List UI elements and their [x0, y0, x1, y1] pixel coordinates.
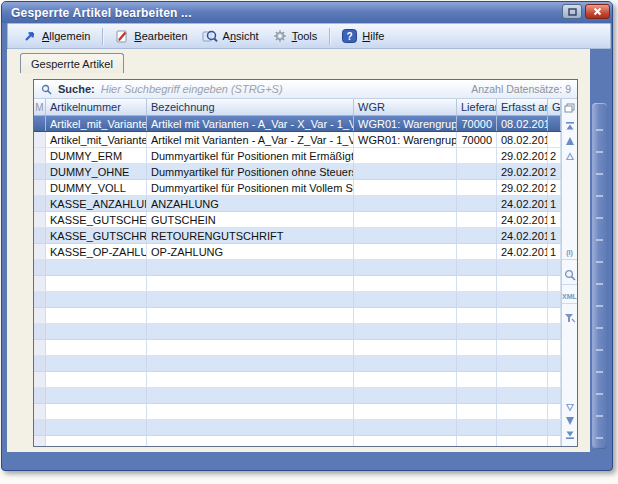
empty-row: [34, 356, 561, 372]
scroll-last-icon[interactable]: [562, 429, 577, 441]
cell-artikelnummer: KASSE_ANZAHLUNG: [46, 196, 147, 211]
arrow-up-right-icon: [23, 30, 37, 43]
menu-item-hilfe[interactable]: ?Hilfe: [335, 26, 391, 46]
cell-erfasst-am: 29.02.2012: [497, 180, 548, 195]
cell-m: [34, 244, 46, 259]
cell-erfasst-am: 29.02.2012: [497, 148, 548, 163]
info-label: (I): [566, 249, 573, 256]
cell-erfasst-am: 08.02.2012: [497, 116, 548, 131]
column-header-bezeichnung[interactable]: Bezeichnung: [147, 99, 354, 115]
cell-bezeichnung: Dummyartikel für Positionen ohne Steuers…: [147, 164, 354, 179]
column-header-erfasst_am[interactable]: Erfasst am: [497, 99, 548, 115]
cell-m: [34, 132, 46, 147]
menu-item-label: Allgemein: [42, 30, 90, 42]
cell-erfasst-am: 08.02.2012: [497, 132, 548, 147]
cell-wgr: [354, 212, 457, 227]
record-count: Anzahl Datensätze: 9: [471, 83, 571, 95]
column-header-lieferant[interactable]: Lieferant: [457, 99, 497, 115]
scroll-first-icon[interactable]: [562, 120, 577, 132]
cell-m: [34, 212, 46, 227]
scroll-up-icon[interactable]: [562, 135, 577, 147]
empty-row: [34, 324, 561, 340]
empty-row: [34, 436, 561, 446]
table-row[interactable]: KASSE_ANZAHLUNGANZAHLUNG24.02.20121: [34, 196, 561, 212]
menu-item-label: Ansicht: [223, 30, 259, 42]
cell-lieferant: [457, 212, 497, 227]
close-button[interactable]: [585, 4, 610, 19]
cell-bezeichnung: RETOURENGUTSCHRIFT: [147, 228, 354, 243]
empty-row: [34, 404, 561, 420]
empty-row: [34, 308, 561, 324]
scroll-down-small-icon[interactable]: [562, 401, 577, 413]
table-header: MArtikelnummerBezeichnungWGRLieferantErf…: [34, 99, 561, 116]
edit-note-icon: [115, 29, 129, 43]
table-row[interactable]: KASSE_GUTSCHEINGUTSCHEIN24.02.20121: [34, 212, 561, 228]
column-header-wgr[interactable]: WGR: [354, 99, 457, 115]
titlebar[interactable]: Gesperrte Artikel bearbeiten ...: [2, 2, 612, 23]
restore-icon: [568, 8, 577, 16]
tab-gesperrte-artikel[interactable]: Gesperrte Artikel: [20, 53, 124, 73]
cell-lieferant: [457, 164, 497, 179]
empty-row: [34, 420, 561, 436]
search-input[interactable]: Hier Suchbegriff eingeben (STRG+S): [101, 83, 472, 95]
cell-m: [34, 116, 46, 131]
scroll-down-icon[interactable]: [562, 415, 577, 427]
cell-m: [34, 164, 46, 179]
table-row[interactable]: DUMMY_OHNEDummyartikel für Positionen oh…: [34, 164, 561, 180]
column-chooser-icon[interactable]: [562, 101, 577, 114]
table-row[interactable]: Artikel_mit_Varianten.002Artikel mit Var…: [34, 132, 561, 148]
cell-bezeichnung: Dummyartikel für Positionen mit Vollem S…: [147, 180, 354, 195]
menu-item-ansicht[interactable]: Ansicht: [195, 26, 266, 46]
menu-separator: [329, 28, 330, 45]
cell-lieferant: 70000: [457, 132, 497, 147]
cell-lieferant: [457, 244, 497, 259]
cell-g: 2: [548, 164, 561, 179]
search-tool-icon[interactable]: [562, 267, 577, 285]
form-vertical-scrollbar[interactable]: [592, 103, 607, 449]
column-header-g[interactable]: G: [548, 99, 561, 115]
restore-button[interactable]: [562, 4, 582, 19]
menubar: AllgemeinBearbeitenAnsichtTools?Hilfe: [7, 23, 611, 49]
cell-g: 1: [548, 228, 561, 243]
scrollbar-grip-ticks: [596, 109, 603, 443]
cell-g: [548, 116, 561, 131]
menu-item-label: Bearbeiten: [134, 30, 187, 42]
empty-row: [34, 276, 561, 292]
column-header-artikelnummer[interactable]: Artikelnummer: [46, 99, 147, 115]
cell-g: 2: [548, 180, 561, 195]
xml-label: XML: [562, 293, 577, 300]
xml-export-button[interactable]: XML: [562, 292, 577, 304]
cell-lieferant: [457, 148, 497, 163]
help-icon: ?: [342, 29, 357, 43]
cell-wgr: [354, 148, 457, 163]
cell-bezeichnung: GUTSCHEIN: [147, 212, 354, 227]
cell-m: [34, 180, 46, 195]
empty-row: [34, 340, 561, 356]
cell-wgr: [354, 228, 457, 243]
menu-item-allgemein[interactable]: Allgemein: [16, 27, 97, 46]
menu-item-bearbeiten[interactable]: Bearbeiten: [108, 26, 194, 46]
scroll-up-small-icon[interactable]: [562, 150, 577, 162]
cell-g: 1: [548, 212, 561, 227]
table-row[interactable]: KASSE_GUTSCHRIFTRETOURENGUTSCHRIFT24.02.…: [34, 228, 561, 244]
table-row[interactable]: KASSE_OP-ZAHLUNGOP-ZAHLUNG24.02.20121: [34, 244, 561, 260]
column-header-m[interactable]: M: [34, 99, 46, 115]
menu-item-tools[interactable]: Tools: [266, 26, 325, 46]
table-row[interactable]: DUMMY_VOLLDummyartikel für Positionen mi…: [34, 180, 561, 196]
table-row[interactable]: DUMMY_ERMDummyartikel für Positionen mit…: [34, 148, 561, 164]
cell-wgr: [354, 164, 457, 179]
cell-artikelnummer: Artikel_mit_Varianten.001: [46, 116, 147, 131]
empty-row: [34, 372, 561, 388]
info-button[interactable]: (I): [562, 247, 577, 260]
close-icon: [593, 7, 602, 16]
search-label: Suche:: [58, 83, 95, 95]
table-row[interactable]: Artikel_mit_Varianten.001Artikel mit Var…: [34, 116, 561, 132]
cell-bezeichnung: OP-ZAHLUNG: [147, 244, 354, 259]
menu-separator: [102, 28, 103, 45]
cell-g: [548, 132, 561, 147]
cell-erfasst-am: 24.02.2012: [497, 228, 548, 243]
search-bar[interactable]: Suche: Hier Suchbegriff eingeben (STRG+S…: [34, 80, 577, 99]
empty-row: [34, 260, 561, 276]
filter-icon[interactable]: [562, 311, 577, 324]
svg-text:?: ?: [347, 31, 353, 42]
